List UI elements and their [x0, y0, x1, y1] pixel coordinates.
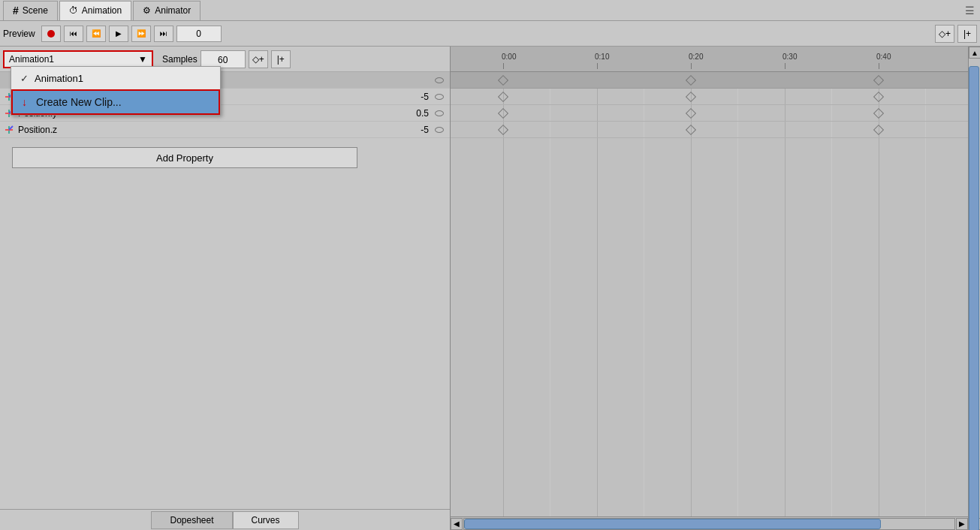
skip-to-end-button[interactable]: ⏭: [154, 26, 173, 42]
keyframe-oval-x: [435, 94, 444, 100]
add-keyframe-icon: ◇+: [939, 29, 951, 39]
time-input[interactable]: 0: [176, 26, 222, 42]
keyframe-x-2: [873, 92, 884, 102]
ruler-tick-010: [597, 63, 598, 69]
subgrid-3: [831, 72, 832, 516]
track-row-header: [451, 72, 968, 89]
keyframe-x-0: [498, 92, 508, 102]
keyframe-z-2: [873, 125, 884, 135]
scroll-up-button[interactable]: ▲: [969, 47, 980, 59]
samples-label: Samples: [162, 54, 198, 65]
create-new-label: Create New Clip...: [36, 96, 122, 108]
ruler-tick-030: [785, 63, 786, 69]
subgrid-1: [644, 72, 644, 516]
bottom-tabs: Dopesheet Curves: [0, 509, 450, 530]
vertical-scrollbar: ▲ ▼: [968, 47, 980, 530]
tab-animation-label: Animation: [82, 5, 122, 16]
tab-scene[interactable]: # Scene: [3, 1, 58, 20]
keyframe-header-0: [498, 75, 508, 86]
ruler-mark-030: 0:30: [782, 53, 797, 61]
keyframe-y-0: [498, 108, 508, 119]
ruler-tick-000: [503, 63, 504, 69]
tab-scene-label: Scene: [23, 5, 48, 16]
scroll-right-button[interactable]: ▶: [956, 518, 968, 530]
ruler-tick-020: [691, 63, 692, 69]
tab-menu-button[interactable]: ☰: [962, 3, 977, 18]
horizontal-scrollbar: ◀ ▶: [451, 516, 968, 530]
tab-dopesheet[interactable]: Dopesheet: [151, 511, 232, 529]
skip-end-icon: ⏭: [160, 29, 167, 38]
grid-line-2: [691, 72, 692, 516]
ruler-mark-010: 0:10: [595, 53, 609, 61]
add-property-button[interactable]: Add Property: [12, 147, 357, 168]
clip-dropdown-menu: ✓ Animation1 ↓ Create New Clip...: [11, 66, 221, 116]
content-area: Animation1 ▼ Samples 60 ◇+ |+ ✓ Animatio…: [0, 47, 980, 530]
samples-value: 60: [201, 50, 246, 68]
subgrid-2: [737, 72, 738, 516]
keyframe-header-2: [873, 75, 884, 86]
keyframe-header-1: [686, 75, 696, 86]
scroll-left-button[interactable]: ◀: [451, 518, 463, 530]
dropdown-item-label: Animation1: [35, 73, 83, 84]
properties-area: Position.x -5 Position.y: [0, 72, 450, 509]
ruler-mark-020: 0:20: [689, 53, 703, 61]
grid-line-1: [597, 72, 598, 516]
dropdown-item-create-new[interactable]: ↓ Create New Clip...: [11, 89, 220, 115]
toolbar: Preview ⏮ ⏪ ▶ ⏩ ⏭ 0 ◇+ |+: [0, 21, 980, 47]
tab-bar: # Scene ⏱ Animation ⚙ Animator ☰: [0, 0, 980, 21]
track-row-y: [451, 105, 968, 122]
keyframe-z-0: [498, 125, 508, 135]
step-forward-icon: ⏩: [137, 29, 146, 38]
timeline-ruler: 0:00 0:10 0:20 0:30 0:40 0:50 1:00: [451, 47, 968, 72]
v-scroll-track[interactable]: [969, 59, 980, 518]
ruler-mark-040: 0:40: [876, 53, 891, 61]
add-keyframe-button[interactable]: ◇+: [935, 25, 954, 43]
h-scroll-thumb: [464, 519, 881, 529]
add-key-icon-btn[interactable]: ◇+: [249, 50, 268, 68]
property-row-positionz: Position.z -5: [0, 122, 450, 138]
keyframe-x-1: [686, 92, 696, 102]
add-event-icon: |+: [963, 29, 971, 39]
keyframe-y-2: [873, 108, 884, 119]
ruler-tick-040: [879, 63, 879, 69]
add-event-button[interactable]: |+: [957, 25, 977, 43]
play-button[interactable]: ▶: [109, 26, 128, 42]
keyframe-oval-y: [435, 110, 444, 116]
checkmark-icon: ✓: [20, 73, 29, 84]
play-icon: ▶: [116, 29, 122, 38]
skip-to-start-button[interactable]: ⏮: [64, 26, 83, 42]
record-dot: [47, 30, 55, 38]
step-back-button[interactable]: ⏪: [86, 26, 106, 42]
track-row-x: [451, 89, 968, 105]
left-panel: Animation1 ▼ Samples 60 ◇+ |+ ✓ Animatio…: [0, 47, 451, 530]
hash-icon: #: [13, 5, 19, 17]
add-property-area: Add Property: [0, 138, 450, 177]
tab-animator[interactable]: ⚙ Animator: [133, 1, 201, 20]
tab-curves[interactable]: Curves: [233, 511, 299, 529]
keyframe-oval-header: [435, 77, 444, 83]
gear-icon: ⚙: [143, 5, 151, 16]
position-y-value: 0.5: [387, 108, 432, 119]
position-x-value: -5: [387, 92, 432, 102]
chevron-down-icon: ▼: [138, 54, 147, 65]
dropdown-item-animation1[interactable]: ✓ Animation1: [11, 67, 220, 89]
tab-animation[interactable]: ⏱ Animation: [59, 1, 131, 20]
step-forward-button[interactable]: ⏩: [131, 26, 151, 42]
grid-line-4: [879, 72, 879, 516]
clip-dropdown[interactable]: Animation1 ▼: [3, 50, 153, 68]
subgrid-4: [925, 72, 926, 516]
keyframe-z-1: [686, 125, 696, 135]
right-panel: 0:00 0:10 0:20 0:30 0:40 0:50 1:00: [451, 47, 980, 530]
v-scroll-thumb: [969, 66, 979, 530]
ruler-mark-000: 0:00: [502, 53, 516, 61]
clock-icon: ⏱: [69, 5, 78, 16]
position-z-icon: [3, 124, 15, 136]
preview-label: Preview: [3, 29, 35, 39]
record-button[interactable]: [41, 26, 61, 42]
skip-start-icon: ⏮: [70, 29, 77, 38]
h-scroll-track[interactable]: [463, 518, 955, 530]
dropdown-arrow-icon: ↓: [22, 96, 27, 108]
grid-line-3: [785, 72, 786, 516]
add-event-icon-btn[interactable]: |+: [271, 50, 291, 68]
subgrid-0: [550, 72, 550, 516]
